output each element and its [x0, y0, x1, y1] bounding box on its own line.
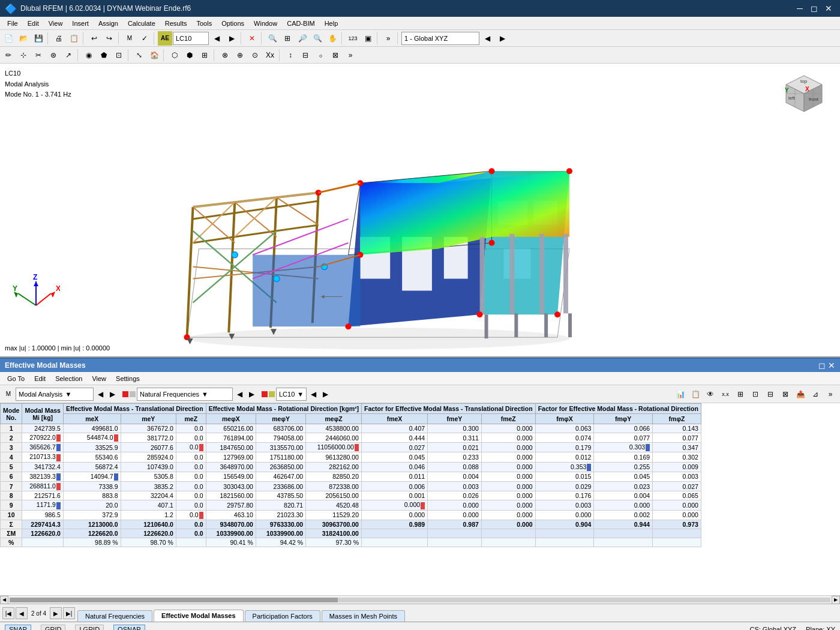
osnap-toggle[interactable]: OSNAP — [113, 625, 145, 631]
next-lc-panel[interactable]: ▶ — [320, 388, 331, 401]
delete-result-btn[interactable]: ✕ — [245, 31, 259, 46]
panel-restore-btn[interactable]: ◻ — [818, 361, 826, 370]
tb2-btn4[interactable]: ⊛ — [46, 48, 61, 62]
lc-dropdown[interactable]: LC10 ▼ — [276, 388, 307, 401]
minimize-button[interactable]: ─ — [793, 2, 806, 15]
panel-menu-settings[interactable]: Settings — [111, 374, 145, 383]
zoom2-btn[interactable]: 🔎 — [295, 31, 310, 46]
print2-button[interactable]: 📋 — [67, 31, 81, 46]
h-scrollbar-thumb[interactable] — [10, 598, 338, 602]
panel-filter[interactable]: ⊿ — [808, 387, 823, 401]
panel-btn1[interactable]: 📊 — [673, 387, 688, 401]
tb2-more[interactable]: » — [343, 48, 358, 62]
save-button[interactable]: 💾 — [31, 31, 46, 46]
coord-next[interactable]: ▶ — [495, 31, 509, 46]
prev-lc[interactable]: ◀ — [209, 31, 224, 46]
panel-btn8[interactable]: ⊠ — [778, 387, 793, 401]
tb2-btn18[interactable]: ↕ — [283, 48, 298, 62]
model-btn[interactable]: M — [122, 31, 137, 46]
page-last[interactable]: ▶| — [63, 607, 75, 619]
menu-file[interactable]: File — [2, 19, 23, 28]
snap-toggle[interactable]: SNAP — [5, 625, 31, 631]
menu-cad-bim[interactable]: CAD-BIM — [282, 19, 319, 28]
panel-btn5[interactable]: ⊞ — [733, 387, 748, 401]
zoom3-btn[interactable]: 🔍 — [310, 31, 325, 46]
prev-result[interactable]: ◀ — [234, 388, 245, 401]
menu-view[interactable]: View — [44, 19, 68, 28]
grid-toggle[interactable]: GRID — [41, 625, 66, 631]
render-btn[interactable]: ▣ — [361, 31, 375, 46]
menu-assign[interactable]: Assign — [94, 19, 123, 28]
zoom-btn[interactable]: 🔍 — [265, 31, 280, 46]
menu-calculate[interactable]: Calculate — [123, 19, 160, 28]
tb2-btn1[interactable]: ✏ — [1, 48, 16, 62]
next-analysis[interactable]: ▶ — [107, 388, 118, 401]
result-type-dropdown[interactable]: Natural Frequencies ▼ — [137, 388, 233, 401]
tab-participation-factors[interactable]: Participation Factors — [245, 610, 320, 622]
more-btn[interactable]: » — [381, 31, 395, 46]
redo-button[interactable]: ↪ — [102, 31, 116, 46]
num-btn[interactable]: 123 — [346, 31, 360, 46]
close-button[interactable]: ✕ — [822, 2, 835, 15]
tb2-btn17[interactable]: Xx — [263, 48, 277, 62]
panel-btn7[interactable]: ⊟ — [763, 387, 778, 401]
tab-masses-mesh-points[interactable]: Masses in Mesh Points — [322, 610, 405, 622]
panel-menu-goto[interactable]: Go To — [2, 374, 29, 383]
tb2-btn8[interactable]: ⊡ — [112, 48, 126, 62]
tb2-btn10[interactable]: 🏠 — [147, 48, 161, 62]
analysis-type-dropdown[interactable]: Modal Analysis ▼ — [16, 388, 94, 401]
tb2-btn2[interactable]: ⊹ — [16, 48, 31, 62]
h-scrollbar[interactable]: ◀ ▶ — [0, 595, 840, 604]
tb2-btn20[interactable]: ⬦ — [313, 48, 328, 62]
prev-lc-panel[interactable]: ◀ — [308, 388, 319, 401]
scroll-left-btn[interactable]: ◀ — [0, 596, 8, 604]
menu-edit[interactable]: Edit — [23, 19, 44, 28]
tb2-btn12[interactable]: ⬢ — [182, 48, 197, 62]
tb2-scale[interactable]: ⤡ — [132, 48, 146, 62]
restore-button[interactable]: ◻ — [808, 2, 821, 15]
tb2-btn11[interactable]: ⬡ — [167, 48, 182, 62]
coord-prev[interactable]: ◀ — [480, 31, 494, 46]
coord-sys-selector[interactable]: 1 - Global XYZ — [401, 32, 479, 45]
check-btn[interactable]: ✓ — [137, 31, 152, 46]
tb2-btn15[interactable]: ⊕ — [233, 48, 247, 62]
open-button[interactable]: 📂 — [16, 31, 31, 46]
tb2-btn13[interactable]: ⊞ — [197, 48, 212, 62]
new-button[interactable]: 📄 — [1, 31, 16, 46]
panel-btn4[interactable]: x.x — [718, 387, 733, 401]
3d-viewport[interactable]: LC10 Modal Analysis Mode No. 1 - 3.741 H… — [0, 64, 840, 358]
panel-menu-edit[interactable]: Edit — [29, 374, 50, 383]
panel-btn6[interactable]: ⊡ — [748, 387, 763, 401]
panel-btn2[interactable]: 📋 — [688, 387, 703, 401]
menu-tools[interactable]: Tools — [191, 19, 217, 28]
panel-menu-selection[interactable]: Selection — [50, 374, 87, 383]
page-first[interactable]: |◀ — [2, 607, 14, 619]
h-scrollbar-track[interactable] — [10, 598, 830, 602]
panel-export[interactable]: 📤 — [793, 387, 808, 401]
menu-insert[interactable]: Insert — [67, 19, 94, 28]
print-button[interactable]: 🖨 — [52, 31, 66, 46]
prev-analysis[interactable]: ◀ — [95, 388, 106, 401]
tb2-btn6[interactable]: ◉ — [82, 48, 96, 62]
tb2-btn14[interactable]: ⊗ — [218, 48, 232, 62]
tab-effective-modal-masses[interactable]: Effective Modal Masses — [154, 610, 244, 622]
lgrid-toggle[interactable]: LGRID — [75, 625, 104, 631]
data-table-container[interactable]: ModeNo. Modal MassMi [kg] Effective Moda… — [0, 403, 840, 595]
nav-cube[interactable]: top left front X Y — [774, 70, 834, 130]
tb2-btn7[interactable]: ⬟ — [97, 48, 111, 62]
panel-close-btn[interactable]: ✕ — [828, 361, 835, 370]
next-result[interactable]: ▶ — [246, 388, 257, 401]
tb2-btn5[interactable]: ↗ — [61, 48, 76, 62]
menu-results[interactable]: Results — [160, 19, 192, 28]
menu-help[interactable]: Help — [320, 19, 343, 28]
zoom-all-btn[interactable]: ⊞ — [280, 31, 295, 46]
tab-natural-frequencies[interactable]: Natural Frequencies — [77, 610, 152, 622]
panel-more[interactable]: » — [823, 387, 838, 401]
menu-options[interactable]: Options — [217, 19, 249, 28]
tb2-btn16[interactable]: ⊙ — [248, 48, 262, 62]
undo-button[interactable]: ↩ — [87, 31, 101, 46]
tb2-btn3[interactable]: ✂ — [31, 48, 46, 62]
lc-selector[interactable]: LC10 — [173, 32, 209, 45]
next-lc[interactable]: ▶ — [224, 31, 239, 46]
panel-menu-view[interactable]: View — [87, 374, 111, 383]
